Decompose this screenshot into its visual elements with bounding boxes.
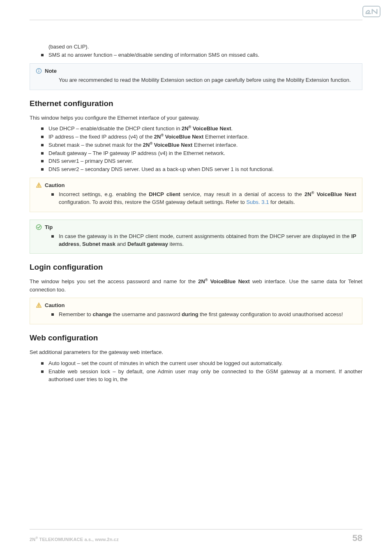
caution-heading-2: Caution <box>36 302 356 308</box>
svg-point-5 <box>36 224 41 229</box>
caution-callout-ethernet: Caution Incorrect settings, e.g. enablin… <box>30 178 362 212</box>
tip-heading: Tip <box>36 224 356 230</box>
login-heading: Login configuration <box>30 263 362 272</box>
bullet-ip-address: IP address – the fixed IP address (v4) o… <box>48 133 362 141</box>
caution-title: Caution <box>45 182 65 188</box>
top-rule <box>30 20 362 20</box>
note-heading: Note <box>36 68 356 74</box>
tip-item: In case the gateway is in the DHCP clien… <box>59 233 356 248</box>
svg-point-1 <box>38 69 39 70</box>
check-icon <box>36 224 42 230</box>
svg-rect-2 <box>39 70 39 72</box>
svg-point-4 <box>39 186 39 187</box>
warning-icon <box>36 302 42 308</box>
caution-callout-login: Caution Remember to change the username … <box>30 298 362 324</box>
intro-fragment-text: (based on CLIP). <box>48 44 89 50</box>
tip-title: Tip <box>45 224 53 230</box>
svg-point-7 <box>39 306 39 307</box>
bullet-auto-logout: Auto logout – set the count of minutes i… <box>48 360 362 368</box>
footer-company: 2N® TELEKOMUNIKACE a.s., www.2n.cz <box>30 537 119 542</box>
bullet-default-gateway: Default gateway – The IP gateway IP addr… <box>48 150 362 157</box>
note-item: You are recommended to read the Mobility… <box>59 76 356 84</box>
web-para: Set additional parameters for the gatewa… <box>30 348 362 356</box>
bullet-subnet-mask: Subnet mask – the subnet mask for the 2N… <box>48 141 362 149</box>
bullet-enable-web-session-lock: Enable web session lock – by default, on… <box>48 368 362 384</box>
caution-item: Incorrect settings, e.g. enabling the DH… <box>59 191 356 206</box>
svg-rect-6 <box>39 305 39 306</box>
intro-fragment: (based on CLIP). <box>48 43 362 51</box>
caution-heading: Caution <box>36 182 356 188</box>
note-title: Note <box>45 68 57 74</box>
caution-title-2: Caution <box>45 302 65 308</box>
caution-item-2: Remember to change the username and pass… <box>59 311 356 319</box>
login-para: The window helps you set the access pass… <box>30 278 362 294</box>
svg-rect-3 <box>39 184 39 186</box>
tip-callout: Tip In case the gateway is in the DHCP c… <box>30 220 362 254</box>
footer-page-number: 58 <box>353 533 362 543</box>
web-heading: Web configuration <box>30 333 362 342</box>
subs-3-1-link[interactable]: Subs. 3.1 <box>246 199 269 205</box>
bullet-sms-no-answer: SMS at no answer function – enable/disab… <box>48 51 362 59</box>
ethernet-heading: Ethernet configuration <box>30 99 362 108</box>
ethernet-para: This window helps you configure the Ethe… <box>30 114 362 122</box>
bullet-use-dhcp: Use DHCP – enable/disable the DHCP clien… <box>48 125 362 133</box>
warning-icon <box>36 182 42 188</box>
bullet-dns1: DNS server1 – primary DNS server. <box>48 157 362 165</box>
brand-logo <box>362 6 380 17</box>
page-footer: 2N® TELEKOMUNIKACE a.s., www.2n.cz 58 <box>30 529 362 543</box>
note-callout: Note You are recommended to read the Mob… <box>30 63 362 90</box>
info-icon <box>36 68 42 74</box>
bullet-dns2: DNS server2 – secondary DNS server. Used… <box>48 166 362 173</box>
